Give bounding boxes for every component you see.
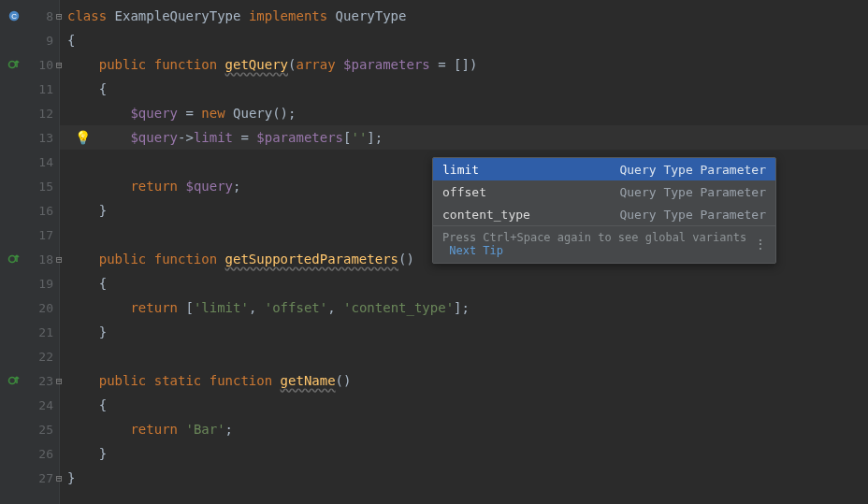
editor-code-area[interactable]: ⊟class ExampleQueryType implements Query… bbox=[60, 0, 868, 504]
line-number: 16 bbox=[35, 204, 53, 218]
gutter-line-21[interactable]: 21 bbox=[0, 320, 59, 344]
completion-item-content_type[interactable]: content_typeQuery Type Parameter bbox=[433, 203, 775, 225]
code-text: { bbox=[67, 276, 107, 291]
gutter-line-26[interactable]: 26 bbox=[0, 441, 59, 466]
gutter-line-25[interactable]: 25 bbox=[0, 417, 59, 441]
code-text: $query->limit = $parameters['']; bbox=[67, 130, 383, 145]
code-text: { bbox=[67, 33, 75, 48]
code-text: } bbox=[67, 446, 107, 461]
line-number: 20 bbox=[35, 301, 53, 315]
line-number: 22 bbox=[35, 350, 53, 364]
line-number: 25 bbox=[35, 423, 53, 437]
line-number: 13 bbox=[35, 131, 53, 145]
override-icon[interactable] bbox=[6, 58, 22, 71]
gutter-line-27[interactable]: 27 bbox=[0, 466, 59, 490]
line-number: 11 bbox=[35, 82, 53, 96]
gutter-line-22[interactable]: 22 bbox=[0, 344, 59, 368]
gutter-line-8[interactable]: C8 bbox=[0, 4, 59, 28]
code-text: $query = new Query(); bbox=[67, 106, 296, 121]
gutter-line-14[interactable]: 14 bbox=[0, 150, 59, 174]
code-text: public static function getName() bbox=[67, 373, 351, 388]
code-line-19[interactable]: { bbox=[60, 271, 868, 295]
gutter-line-23[interactable]: 23 bbox=[0, 368, 59, 393]
gutter-line-9[interactable]: 9 bbox=[0, 28, 59, 52]
code-line-27[interactable]: ⊟} bbox=[60, 466, 868, 490]
fold-toggle-icon[interactable]: ⊟ bbox=[56, 472, 64, 484]
line-number: 12 bbox=[35, 107, 53, 121]
code-text: class ExampleQueryType implements QueryT… bbox=[67, 8, 406, 23]
next-tip-link[interactable]: Next Tip bbox=[449, 244, 503, 257]
code-line-26[interactable]: } bbox=[60, 441, 868, 466]
fold-toggle-icon[interactable]: ⊟ bbox=[56, 375, 64, 387]
code-text: } bbox=[67, 324, 107, 339]
code-text: public function getQuery(array $paramete… bbox=[67, 57, 477, 72]
gutter-line-13[interactable]: 13 bbox=[0, 125, 59, 150]
code-text: return ['limit', 'offset', 'content_type… bbox=[67, 300, 470, 315]
completion-popup-footer: Press Ctrl+Space again to see global var… bbox=[433, 225, 775, 263]
fold-toggle-icon[interactable]: ⊟ bbox=[56, 10, 64, 22]
gutter-line-11[interactable]: 11 bbox=[0, 77, 59, 101]
editor-gutter: C89101112131415161718192021222324252627 bbox=[0, 0, 60, 504]
code-line-12[interactable]: $query = new Query(); bbox=[60, 101, 868, 125]
gutter-line-15[interactable]: 15 bbox=[0, 174, 59, 198]
line-number: 19 bbox=[35, 277, 53, 291]
code-line-21[interactable]: } bbox=[60, 320, 868, 344]
code-text: } bbox=[67, 203, 107, 218]
code-line-24[interactable]: { bbox=[60, 393, 868, 417]
code-line-10[interactable]: ⊟ public function getQuery(array $parame… bbox=[60, 52, 868, 77]
code-text: return 'Bar'; bbox=[67, 422, 233, 437]
fold-toggle-icon[interactable]: ⊟ bbox=[56, 59, 64, 71]
line-number: 15 bbox=[35, 180, 53, 194]
line-number: 26 bbox=[35, 447, 53, 461]
svg-point-4 bbox=[9, 378, 16, 384]
code-line-11[interactable]: { bbox=[60, 77, 868, 101]
code-text: } bbox=[67, 470, 75, 485]
line-number: 21 bbox=[35, 325, 53, 339]
line-number: 17 bbox=[35, 228, 53, 242]
completion-item-limit[interactable]: limitQuery Type Parameter bbox=[433, 158, 775, 180]
override-icon[interactable] bbox=[6, 252, 22, 266]
gutter-line-20[interactable]: 20 bbox=[0, 295, 59, 320]
code-completion-popup[interactable]: limitQuery Type ParameteroffsetQuery Typ… bbox=[432, 157, 776, 264]
code-line-9[interactable]: { bbox=[60, 28, 868, 52]
line-number: 18 bbox=[35, 252, 53, 266]
line-number: 24 bbox=[35, 398, 53, 412]
completion-item-name: offset bbox=[442, 185, 486, 199]
gutter-line-16[interactable]: 16 bbox=[0, 198, 59, 223]
gutter-line-17[interactable]: 17 bbox=[0, 223, 59, 247]
code-line-13[interactable]: 💡 $query->limit = $parameters['']; bbox=[60, 125, 868, 150]
line-number: 8 bbox=[35, 9, 53, 23]
gutter-line-10[interactable]: 10 bbox=[0, 52, 59, 77]
gutter-line-12[interactable]: 12 bbox=[0, 101, 59, 125]
completion-item-name: limit bbox=[442, 163, 479, 177]
code-line-8[interactable]: ⊟class ExampleQueryType implements Query… bbox=[60, 4, 868, 28]
code-line-20[interactable]: return ['limit', 'offset', 'content_type… bbox=[60, 295, 868, 320]
completion-item-type: Query Type Parameter bbox=[619, 208, 766, 222]
svg-point-3 bbox=[9, 256, 16, 263]
line-number: 10 bbox=[35, 58, 53, 72]
code-line-22[interactable] bbox=[60, 344, 868, 368]
code-text: { bbox=[67, 397, 107, 412]
completion-item-type: Query Type Parameter bbox=[619, 163, 766, 177]
code-line-25[interactable]: return 'Bar'; bbox=[60, 417, 868, 441]
completion-hint-text: Press Ctrl+Space again to see global var… bbox=[442, 231, 746, 244]
override-icon[interactable] bbox=[6, 374, 22, 387]
gutter-line-24[interactable]: 24 bbox=[0, 393, 59, 417]
code-text: public function getSupportedParameters() bbox=[67, 252, 414, 266]
class-icon[interactable]: C bbox=[6, 9, 22, 22]
intention-bulb-icon[interactable]: 💡 bbox=[75, 130, 91, 145]
line-number: 14 bbox=[35, 155, 53, 169]
gutter-line-18[interactable]: 18 bbox=[0, 247, 59, 271]
code-text: { bbox=[67, 81, 107, 96]
line-number: 9 bbox=[35, 34, 53, 48]
more-icon[interactable]: ⋮ bbox=[753, 238, 768, 251]
svg-text:C: C bbox=[11, 12, 17, 21]
gutter-line-19[interactable]: 19 bbox=[0, 271, 59, 295]
fold-toggle-icon[interactable]: ⊟ bbox=[56, 253, 64, 266]
completion-item-name: content_type bbox=[442, 208, 530, 222]
completion-item-type: Query Type Parameter bbox=[619, 185, 766, 199]
code-line-23[interactable]: ⊟ public static function getName() bbox=[60, 368, 868, 393]
completion-item-offset[interactable]: offsetQuery Type Parameter bbox=[433, 180, 775, 203]
code-text: return $query; bbox=[67, 179, 240, 194]
svg-point-2 bbox=[9, 62, 16, 68]
